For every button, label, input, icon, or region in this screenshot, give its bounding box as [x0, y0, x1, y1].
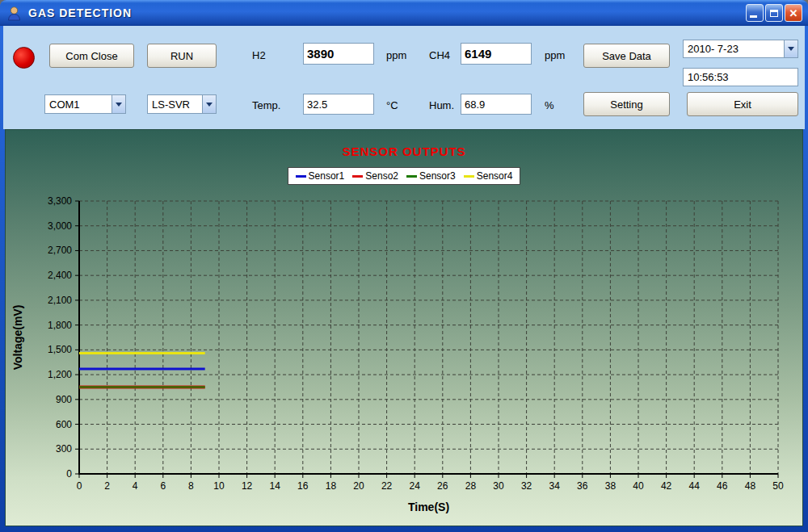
svg-text:1,800: 1,800 — [48, 320, 72, 331]
svg-text:22: 22 — [381, 480, 393, 492]
date-value: 2010- 7-23 — [684, 43, 784, 55]
h2-input[interactable] — [303, 43, 374, 65]
svg-text:30: 30 — [493, 480, 504, 492]
svg-text:0: 0 — [66, 468, 72, 480]
date-select[interactable]: 2010- 7-23 — [683, 40, 798, 58]
ch4-input[interactable] — [461, 43, 532, 65]
com-port-value: COM1 — [45, 98, 112, 111]
control-panel: Com Close RUN H2 ppm CH4 ppm Save Data 2… — [3, 26, 805, 129]
svg-text:3,000: 3,000 — [48, 220, 72, 232]
svg-text:Time(S): Time(S) — [408, 501, 449, 513]
svg-text:0: 0 — [77, 480, 82, 492]
minimize-button[interactable] — [746, 4, 764, 22]
model-value: LS-SVR — [148, 98, 202, 111]
svg-text:44: 44 — [689, 480, 701, 492]
date-dropdown-arrow[interactable] — [784, 40, 797, 57]
chevron-down-icon — [116, 103, 122, 107]
svg-text:6: 6 — [160, 480, 166, 492]
svg-text:40: 40 — [633, 480, 644, 492]
maximize-icon — [770, 10, 778, 17]
setting-button[interactable]: Setting — [583, 92, 670, 116]
h2-unit-label: ppm — [386, 49, 406, 61]
hum-input[interactable] — [461, 94, 532, 115]
maximize-button[interactable] — [765, 4, 783, 22]
svg-text:48: 48 — [745, 480, 756, 492]
svg-text:20: 20 — [353, 480, 364, 492]
svg-text:38: 38 — [605, 480, 617, 492]
svg-text:26: 26 — [437, 480, 448, 492]
svg-text:2,400: 2,400 — [48, 270, 72, 281]
svg-text:12: 12 — [242, 480, 253, 492]
hum-unit-label: % — [545, 99, 554, 111]
app-window: GAS DETECTION ✕ Com Close RUN H2 ppm CH4… — [0, 0, 808, 532]
com-port-select[interactable]: COM1 — [44, 94, 126, 114]
svg-text:1,500: 1,500 — [48, 344, 72, 355]
svg-text:3,300: 3,300 — [48, 195, 72, 207]
titlebar[interactable]: GAS DETECTION ✕ — [0, 0, 808, 26]
com-close-button[interactable]: Com Close — [49, 44, 134, 68]
svg-text:32: 32 — [521, 480, 532, 492]
status-indicator — [13, 47, 35, 69]
window-title: GAS DETECTION — [28, 6, 132, 19]
temp-input[interactable] — [303, 94, 374, 115]
chevron-down-icon — [788, 47, 794, 51]
svg-text:14: 14 — [270, 480, 281, 492]
close-button[interactable]: ✕ — [785, 4, 802, 22]
svg-text:36: 36 — [577, 480, 588, 492]
temp-unit-label: °C — [386, 99, 398, 111]
svg-text:4: 4 — [133, 480, 138, 492]
svg-text:2: 2 — [104, 480, 110, 492]
svg-text:42: 42 — [661, 480, 672, 492]
ch4-unit-label: ppm — [545, 49, 565, 61]
minimize-icon — [750, 15, 757, 18]
chart-panel: SENSOR OUTPUTS Sensor1Senso2Sensor3Senso… — [5, 129, 803, 526]
svg-text:2,700: 2,700 — [48, 245, 72, 256]
time-display: 10:56:53 — [683, 68, 798, 86]
sensor-chart: 0246810121416182022242628303234363840424… — [6, 130, 804, 527]
svg-text:10: 10 — [213, 480, 225, 492]
svg-text:18: 18 — [326, 480, 337, 492]
h2-label: H2 — [252, 49, 266, 61]
ch4-label: CH4 — [429, 49, 450, 61]
svg-text:46: 46 — [717, 480, 728, 492]
svg-text:600: 600 — [56, 419, 72, 430]
svg-text:1,200: 1,200 — [48, 369, 72, 380]
svg-text:16: 16 — [297, 480, 309, 492]
com-port-dropdown-arrow[interactable] — [112, 95, 125, 113]
model-dropdown-arrow[interactable] — [202, 95, 216, 113]
run-button[interactable]: RUN — [147, 44, 217, 68]
svg-text:8: 8 — [188, 480, 194, 492]
exit-button[interactable]: Exit — [687, 92, 798, 116]
temp-label: Temp. — [252, 99, 280, 111]
svg-text:28: 28 — [465, 480, 477, 492]
svg-text:24: 24 — [410, 480, 421, 492]
svg-text:900: 900 — [56, 394, 72, 405]
save-data-button[interactable]: Save Data — [583, 44, 670, 68]
model-select[interactable]: LS-SVR — [147, 94, 217, 114]
hum-label: Hum. — [429, 99, 454, 111]
svg-text:34: 34 — [549, 480, 561, 492]
chevron-down-icon — [206, 103, 213, 107]
svg-text:Voltage(mV): Voltage(mV) — [11, 305, 24, 371]
close-icon: ✕ — [789, 8, 798, 19]
svg-text:300: 300 — [56, 443, 72, 455]
svg-text:2,100: 2,100 — [48, 295, 72, 306]
svg-text:50: 50 — [772, 480, 784, 492]
app-icon — [6, 6, 22, 21]
